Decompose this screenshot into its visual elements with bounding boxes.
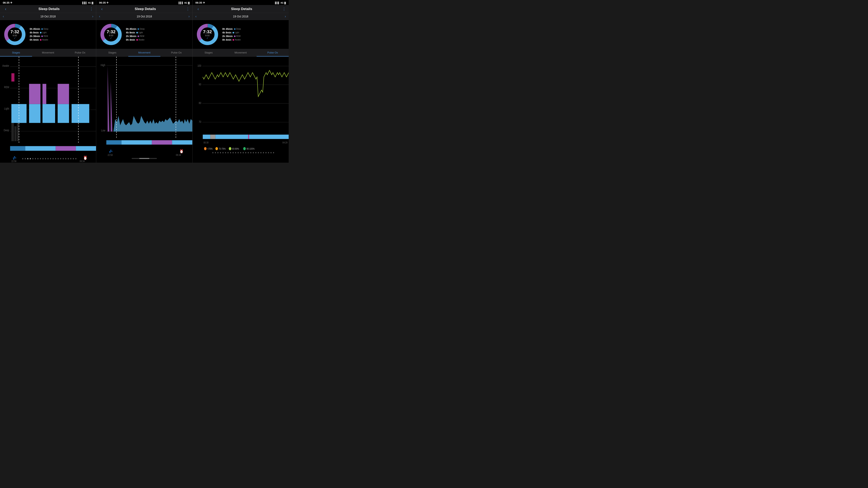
tab-movement[interactable]: Movement [128, 49, 160, 57]
app-header: ‹ Sleep Details ⋮ [96, 5, 192, 13]
legend-value: 0h 4min [30, 38, 39, 41]
svg-point-57 [75, 158, 76, 159]
screen-title: Sleep Details [8, 7, 90, 11]
sleep-goal: 8:00 [106, 34, 116, 37]
next-date-button[interactable]: › [285, 14, 286, 18]
donut-center: 7:32 8:00 ✓ [10, 29, 19, 39]
legend-value: 4h 9min [30, 31, 39, 34]
svg-point-54 [68, 158, 69, 159]
legend-label: Light [42, 31, 46, 34]
pulse-ox-chart: 100 90 80 70 00:30 04:29 [193, 57, 289, 163]
legend-item: 0h 45min Deep [222, 28, 286, 30]
svg-rect-18 [42, 104, 55, 123]
legend-label: REM [43, 35, 48, 37]
status-time: 06:35 ✈ [99, 1, 108, 4]
legend-label: Awake [235, 39, 241, 41]
tab-stages[interactable]: Stages [0, 49, 32, 57]
prev-date-button[interactable]: ‹ [195, 14, 196, 18]
stages-svg: Awake REM Light Deep [0, 57, 96, 163]
status-bar: 06:35 ✈ ▌▌▌ 4G ▓ [0, 0, 96, 5]
menu-button[interactable]: ⋮ [186, 7, 190, 11]
svg-rect-22 [42, 84, 46, 104]
chart-area: High Low 💤 ⏰ [96, 57, 192, 163]
menu-button[interactable]: ⋮ [282, 7, 286, 11]
legend-dot [137, 28, 139, 30]
tab-pulse-ox[interactable]: Pulse Ox [160, 49, 192, 57]
svg-point-128 [238, 152, 239, 153]
tab-pulse-ox[interactable]: Pulse Ox [256, 49, 289, 57]
svg-point-136 [258, 152, 259, 153]
signal-icon: ▌▌▌ [275, 2, 280, 4]
tab-bar: Stages Movement Pulse Ox [193, 49, 289, 57]
legend-label: Deep [140, 28, 145, 30]
svg-text:REM: REM [4, 86, 9, 89]
screen-pulseox: 06:35 ✈ ▌▌▌ 4G ▓ ‹ Sleep Details ⋮ ‹ 19 … [193, 0, 289, 163]
tab-stages[interactable]: Stages [96, 49, 128, 57]
svg-point-131 [245, 152, 246, 153]
legend-item: 0h 4min Awake [126, 38, 189, 41]
svg-text:90: 90 [199, 83, 201, 86]
svg-rect-103 [203, 135, 210, 139]
sleep-goal: 8:00 [203, 34, 212, 37]
svg-text:06:34: 06:34 [80, 159, 85, 162]
legend-dot [136, 32, 138, 33]
sleep-donut-chart: 7:32 8:00 ✓ [99, 23, 123, 46]
svg-text:⏰: ⏰ [180, 149, 184, 154]
tab-movement[interactable]: Movement [32, 49, 64, 57]
svg-point-42 [37, 158, 38, 159]
tab-pulse-ox[interactable]: Pulse Ox [64, 49, 96, 57]
battery-icon: ▓ [92, 2, 93, 4]
legend-dot [232, 32, 234, 33]
svg-point-55 [70, 158, 71, 159]
battery-icon: ▓ [188, 2, 190, 4]
back-button[interactable]: ‹ [195, 7, 201, 11]
svg-text:90-100%: 90-100% [246, 148, 254, 150]
next-date-button[interactable]: › [92, 14, 93, 18]
legend-item: 2h 38min REM [30, 35, 93, 38]
legend-dot [232, 39, 234, 41]
svg-point-138 [263, 152, 264, 153]
battery-icon: ▓ [284, 2, 286, 4]
sleep-legend: 0h 45min Deep 4h 9min Light 2h 38min REM [30, 28, 93, 41]
status-bar: 06:35 ✈ ▌▌▌ 4G ▓ [96, 0, 192, 5]
status-time: 06:35 ✈ [3, 1, 12, 4]
prev-date-button[interactable]: ‹ [3, 14, 4, 18]
date-label: 19 Oct 2018 [40, 15, 56, 18]
svg-point-140 [268, 152, 269, 153]
legend-item: 4h 9min Light [126, 31, 189, 34]
movement-svg: High Low 💤 ⏰ [96, 57, 192, 163]
sleep-legend: 0h 45min Deep 4h 9min Light 2h 38min REM [126, 28, 189, 41]
svg-text:100: 100 [197, 64, 201, 67]
sleep-summary: 7:32 8:00 ✓ 0h 45min Deep 4h 9min Light [193, 20, 289, 49]
svg-rect-79 [106, 140, 122, 144]
donut-center: 7:32 8:00 ✓ [203, 29, 212, 39]
legend-item: 2h 38min REM [126, 35, 189, 38]
svg-point-133 [250, 152, 251, 153]
chart-area: Awake REM Light Deep [0, 57, 96, 163]
svg-point-137 [260, 152, 261, 153]
svg-point-44 [42, 158, 43, 159]
status-time: 06:35 ✈ [195, 1, 205, 4]
back-button[interactable]: ‹ [3, 7, 8, 11]
svg-point-129 [240, 152, 241, 153]
svg-rect-105 [215, 135, 248, 139]
svg-text:80-89%: 80-89% [232, 148, 239, 150]
svg-rect-23 [58, 84, 69, 104]
tab-movement[interactable]: Movement [224, 49, 256, 57]
svg-text:Deep: Deep [4, 128, 9, 132]
tab-bar: Stages Movement Pulse Ox [96, 49, 192, 57]
next-date-button[interactable]: › [188, 14, 189, 18]
signal-icon: ▌▌▌ [179, 2, 183, 4]
back-button[interactable]: ‹ [99, 7, 105, 11]
legend-label: REM [236, 35, 241, 37]
svg-text:💤: 💤 [109, 149, 113, 154]
svg-point-40 [32, 158, 33, 159]
menu-button[interactable]: ⋮ [90, 7, 93, 11]
svg-point-110 [204, 147, 207, 150]
svg-rect-20 [71, 104, 89, 123]
checkmark-icon: ✓ [106, 37, 116, 39]
svg-point-37 [25, 158, 26, 159]
legend-label: Awake [138, 39, 145, 41]
tab-stages[interactable]: Stages [193, 49, 225, 57]
prev-date-button[interactable]: ‹ [99, 14, 100, 18]
